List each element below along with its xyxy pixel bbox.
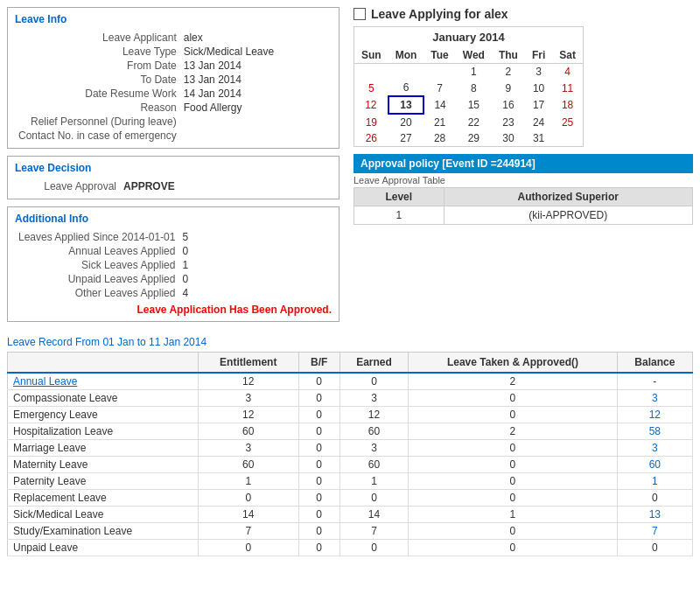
calendar-day[interactable]: 2: [492, 64, 525, 80]
calendar-day[interactable]: [388, 64, 424, 80]
calendar-day[interactable]: 27: [388, 130, 424, 146]
approved-message: Leave Application Has Been Approved.: [15, 304, 332, 316]
leave-record-table: Entitlement B/F Earned Leave Taken & App…: [7, 352, 693, 556]
leave-record-title: Leave Record From 01 Jan to 11 Jan 2014: [7, 336, 693, 348]
entitlement-cell: 60: [198, 423, 298, 440]
calendar-day[interactable]: 20: [388, 114, 424, 130]
taken-cell: 2: [409, 423, 617, 440]
bf-cell: 0: [298, 423, 340, 440]
calendar-week: 5 6 7 8 9 10 11: [354, 80, 583, 96]
calendar-day[interactable]: 4: [552, 64, 583, 80]
calendar-week: 19 20 21 22 23 24 25: [354, 114, 583, 130]
calendar-day[interactable]: 5: [354, 80, 388, 96]
field-value: alex: [180, 31, 332, 45]
leave-info-table: Leave Applicant alex Leave Type Sick/Med…: [15, 31, 332, 143]
taken-cell: 0: [409, 457, 617, 473]
col-bf: B/F: [298, 353, 340, 374]
entitlement-cell: 14: [198, 507, 298, 523]
calendar-day[interactable]: 15: [456, 96, 492, 114]
field-label: Sick Leaves Applied: [15, 258, 178, 272]
field-label: Leave Applicant: [15, 31, 180, 45]
leave-info-section: Leave Info Leave Applicant alex Leave Ty…: [7, 7, 340, 149]
calendar-day[interactable]: 19: [354, 114, 388, 130]
calendar-day[interactable]: 17: [525, 96, 552, 114]
calendar-day-today[interactable]: 13: [388, 96, 424, 114]
field-label: Leave Approval: [15, 179, 120, 193]
calendar-day[interactable]: 24: [525, 114, 552, 130]
field-value: 0: [178, 244, 332, 258]
field-value: 14 Jan 2014: [180, 87, 332, 101]
calendar-day[interactable]: 6: [388, 80, 424, 96]
calendar-day[interactable]: 18: [552, 96, 583, 114]
calendar-day[interactable]: 16: [492, 96, 525, 114]
approval-col-level: Level: [354, 188, 444, 206]
calendar-day[interactable]: 1: [456, 64, 492, 80]
calendar-day[interactable]: 7: [424, 80, 455, 96]
table-row: Leave Approval APPROVE: [15, 179, 332, 193]
day-header-tue: Tue: [424, 47, 455, 64]
entitlement-cell: 12: [198, 373, 298, 390]
calendar-day[interactable]: 26: [354, 130, 388, 146]
entitlement-cell: 0: [198, 490, 298, 507]
calendar-day[interactable]: 3: [525, 64, 552, 80]
leave-record-row: Emergency Leave12012012: [8, 407, 693, 423]
approval-level: 1: [354, 206, 444, 225]
calendar-day[interactable]: [354, 64, 388, 80]
leave-type-cell: Paternity Leave: [8, 473, 199, 490]
leave-checkbox[interactable]: [354, 8, 366, 20]
calendar-day[interactable]: 23: [492, 114, 525, 130]
calendar-day[interactable]: 11: [552, 80, 583, 96]
day-header-sun: Sun: [354, 47, 388, 64]
earned-cell: 0: [340, 490, 408, 507]
calendar-day[interactable]: [424, 64, 455, 80]
calendar-day[interactable]: 21: [424, 114, 455, 130]
approval-superior: (kii-APPROVED): [444, 206, 693, 225]
leave-record-row: Unpaid Leave00000: [8, 540, 693, 556]
calendar-day[interactable]: 9: [492, 80, 525, 96]
field-value: [180, 115, 332, 129]
leave-applying-header: Leave Applying for alex: [354, 7, 693, 21]
calendar-day[interactable]: 12: [354, 96, 388, 114]
earned-cell: 7: [340, 523, 408, 540]
table-row: Date Resume Work 14 Jan 2014: [15, 87, 332, 101]
field-value: APPROVE: [120, 179, 332, 193]
calendar-day[interactable]: 30: [492, 130, 525, 146]
calendar-day[interactable]: 31: [525, 130, 552, 146]
table-row: Leaves Applied Since 2014-01-01 5: [15, 230, 332, 244]
calendar-day[interactable]: 28: [424, 130, 455, 146]
calendar-day[interactable]: 25: [552, 114, 583, 130]
calendar-day[interactable]: 14: [424, 96, 455, 114]
col-entitlement: Entitlement: [198, 353, 298, 374]
bf-cell: 0: [298, 407, 340, 423]
table-row: From Date 13 Jan 2014: [15, 59, 332, 73]
field-label: Leaves Applied Since 2014-01-01: [15, 230, 178, 244]
entitlement-cell: 3: [198, 440, 298, 457]
additional-info-table: Leaves Applied Since 2014-01-01 5 Annual…: [15, 230, 332, 300]
calendar-day[interactable]: 10: [525, 80, 552, 96]
table-row: Sick Leaves Applied 1: [15, 258, 332, 272]
leave-record-header-row: Entitlement B/F Earned Leave Taken & App…: [8, 353, 693, 374]
calendar-day[interactable]: 29: [456, 130, 492, 146]
calendar-day[interactable]: [552, 130, 583, 146]
leave-type-cell: Emergency Leave: [8, 407, 199, 423]
earned-cell: 3: [340, 440, 408, 457]
bf-cell: 0: [298, 473, 340, 490]
balance-cell: 0: [617, 540, 692, 556]
leave-record-row: Paternity Leave10101: [8, 473, 693, 490]
balance-cell: 3: [617, 390, 692, 407]
leave-record-row: Replacement Leave00000: [8, 490, 693, 507]
day-header-wed: Wed: [456, 47, 492, 64]
calendar-day[interactable]: 8: [456, 80, 492, 96]
leave-type-link[interactable]: Annual Leave: [13, 375, 77, 388]
balance-cell: 0: [617, 490, 692, 507]
taken-cell: 0: [409, 490, 617, 507]
table-row: To Date 13 Jan 2014: [15, 73, 332, 87]
earned-cell: 3: [340, 390, 408, 407]
table-row: Other Leaves Applied 4: [15, 286, 332, 300]
leave-record-row: Compassionate Leave30303: [8, 390, 693, 407]
leave-type-cell[interactable]: Annual Leave: [8, 373, 199, 390]
col-type: [8, 353, 199, 374]
calendar-day[interactable]: 22: [456, 114, 492, 130]
earned-cell: 1: [340, 473, 408, 490]
balance-cell: 1: [617, 473, 692, 490]
